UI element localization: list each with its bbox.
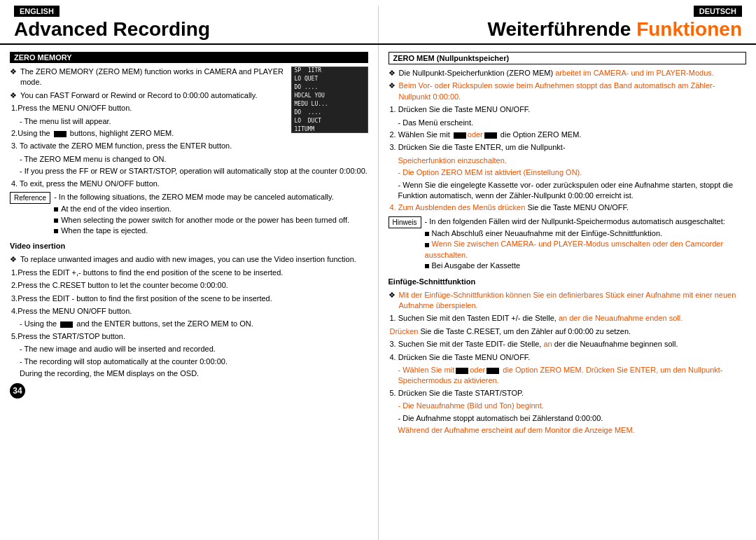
de-zm-step-3-sub0: Speicherfunktion einzuschalten. xyxy=(388,155,747,166)
de-zm-bullet-2: ❖ Beim Vor- oder Rückspulen sowie beim A… xyxy=(388,81,747,102)
section-zero-memory-header: ZERO MEMORY xyxy=(10,52,368,63)
sq-bullet-icon xyxy=(425,243,429,247)
ref-bullet-3: When the tape is ejected. xyxy=(54,226,368,236)
hinweis-bullet-3: Bei Ausgabe der Kassette xyxy=(425,261,746,271)
hinweis-row: Hinweis - In den folgenden Fällen wird d… xyxy=(388,216,747,272)
content: ZERO MEMORY SP 1ITR LO QUET DO .... HDCA… xyxy=(0,45,756,540)
vi-step-2: 2.Press the C.RESET button to let the co… xyxy=(10,280,368,291)
title-right: Weiterführende Funktionen xyxy=(488,18,743,43)
ef-step-5-sub1: - Die Neuaufnahme (Bild und Ton) beginnt… xyxy=(388,401,747,411)
title-left: Advanced Recording xyxy=(14,18,378,43)
de-zm-bullet-1: ❖ Die Nullpunkt-Speicherfunktion (ZERO M… xyxy=(388,68,747,78)
hinweis-content: - In den folgenden Fällen wird der Nullp… xyxy=(425,216,746,272)
de-zm-step-4: 4. Zum Ausblenden des Menüs drücken Sie … xyxy=(388,202,747,213)
header-left: ENGLISH Advanced Recording xyxy=(14,6,379,43)
ef-step-5-sub3: Während der Aufnahme erscheint auf dem M… xyxy=(388,425,747,436)
button-icon xyxy=(456,368,468,374)
section-einfuge: Einfüge-Schnittfunktion ❖ Mit der Einfüg… xyxy=(388,276,747,436)
vi-step-5-sub1: - The new image and audio will be insert… xyxy=(10,344,368,354)
sq-bullet-icon xyxy=(425,264,429,268)
hinweis-bullet-1: Nach Abschluß einer Neuaufnahme mit der … xyxy=(425,228,746,239)
zm-step-3-sub1: - The ZERO MEM menu is changed to ON. xyxy=(10,154,368,165)
zm-step-4: 4. To exit, press the MENU ON/OFF button… xyxy=(10,179,368,189)
ef-step-4: 4. Drücken Sie die Taste MENU ON/OFF. xyxy=(388,352,747,363)
section-einfuge-header: Einfüge-Schnittfunktion xyxy=(388,276,747,287)
vi-step-5-sub2: - The recording will stop automatically … xyxy=(10,356,368,367)
section-zero-mem-de: ZERO MEM (Nullpunktspeicher) ❖ Die Nullp… xyxy=(388,52,747,272)
de-zm-step-3: 3. Drücken Sie die Taste ENTER, um die N… xyxy=(388,142,747,153)
header: ENGLISH Advanced Recording DEUTSCH Weite… xyxy=(0,0,756,45)
button-icon xyxy=(454,132,466,139)
hinweis-label: Hinweis xyxy=(388,216,421,228)
section-zero-memory: ZERO MEMORY SP 1ITR LO QUET DO .... HDCA… xyxy=(10,52,368,236)
button-icon xyxy=(54,131,66,137)
de-zm-step-2: 2. Wählen Sie mit oder die Option ZERO M… xyxy=(388,130,747,140)
section-zero-mem-de-header: ZERO MEM (Nullpunktspeicher) xyxy=(388,52,747,64)
reference-row: Reference - In the following situations,… xyxy=(10,192,368,237)
lang-badge-english: ENGLISH xyxy=(14,6,59,17)
page: ENGLISH Advanced Recording DEUTSCH Weite… xyxy=(0,0,756,540)
button-icon xyxy=(60,321,73,328)
de-zm-step-1-sub: - Das Menü erscheint. xyxy=(388,118,747,128)
zm-bullet-2: ❖ You can FAST Forward or Rewind or Reco… xyxy=(10,90,286,101)
ref-bullet-1: At the end of the video insertion. xyxy=(54,204,368,214)
sq-bullet-icon xyxy=(425,232,429,236)
ef-bullet-1: ❖ Mit der Einfüge-Schnittfunktion können… xyxy=(388,290,747,312)
vi-step-5: 5.Press the START/STOP button. xyxy=(10,331,368,342)
title-right-orange: Funktionen xyxy=(636,18,742,40)
left-column: ZERO MEMORY SP 1ITR LO QUET DO .... HDCA… xyxy=(0,45,379,540)
right-column: ZERO MEM (Nullpunktspeicher) ❖ Die Nullp… xyxy=(379,45,757,540)
ef-step-5-sub2: - Die Aufnahme stoppt automatisch bei Zä… xyxy=(388,413,747,424)
ef-step-1: 1. Suchen Sie mit den Tasten EDIT +/- di… xyxy=(388,313,747,324)
hinweis-bullet-2: Wenn Sie zwischen CAMERA- und PLAYER-Mod… xyxy=(425,239,746,261)
section-video-insertion-header: Video insertion xyxy=(10,240,368,251)
ef-step-2: Drücken Sie die Taste C.RESET, um den Zä… xyxy=(388,326,747,337)
lang-badge-deutsch: DEUTSCH xyxy=(694,6,742,17)
zm-step-3-sub2: - If you press the FF or REW or START/ST… xyxy=(10,166,368,176)
reference-content: - In the following situations, the ZERO … xyxy=(54,192,368,237)
vi-step-4: 4.Press the MENU ON/OFF button. xyxy=(10,306,368,317)
de-zm-step-3-sub1: - Die Option ZERO MEM ist aktiviert (Ein… xyxy=(388,167,747,178)
vi-step-3: 3.Press the EDIT - button to find the fi… xyxy=(10,293,368,304)
button-icon xyxy=(486,368,499,374)
sq-bullet-icon xyxy=(54,229,58,233)
button-icon xyxy=(484,132,497,139)
sq-bullet-icon xyxy=(54,207,58,212)
page-number: 34 xyxy=(10,383,25,399)
page-number-area: 34 xyxy=(10,383,368,397)
vi-bullet-1: ❖ To replace unwanted images and audio w… xyxy=(10,254,368,265)
section-video-insertion: Video insertion ❖ To replace unwanted im… xyxy=(10,240,368,379)
reference-label: Reference xyxy=(10,192,50,204)
sq-bullet-icon xyxy=(54,219,58,223)
zm-bullet-1: ❖ The ZERO MEMORY (ZERO MEM) function wo… xyxy=(10,67,286,88)
de-zm-step-3-sub2: - Wenn Sie die eingelegte Kassette vor- … xyxy=(388,180,747,202)
ref-bullet-2: When selecting the power switch for anot… xyxy=(54,215,368,226)
vi-step-1: 1.Press the EDIT +,- buttons to find the… xyxy=(10,268,368,278)
vi-step-5-sub3: During the recording, the MEM displays o… xyxy=(10,368,368,379)
header-right: DEUTSCH Weiterführende Funktionen xyxy=(379,6,743,43)
vi-step-4-sub: - Using the and the ENTER buttons, set t… xyxy=(10,319,368,329)
ef-step-3: 3. Suchen Sie mit der Taste EDIT- die St… xyxy=(388,339,747,349)
ef-step-5: 5. Drücken Sie die Taste START/STOP. xyxy=(388,388,747,399)
ef-step-4-sub: - Wählen Sie mitoder die Option ZERO MEM… xyxy=(388,365,747,387)
title-right-black: Weiterführende xyxy=(488,18,637,40)
zm-step-3: 3. To activate the ZERO MEM function, pr… xyxy=(10,141,368,151)
osd-display: SP 1ITR LO QUET DO .... HDCAL YOU MEDU L… xyxy=(291,67,368,133)
de-zm-step-1: 1. Drücken Sie die Taste MENU ON/OFF. xyxy=(388,104,747,115)
